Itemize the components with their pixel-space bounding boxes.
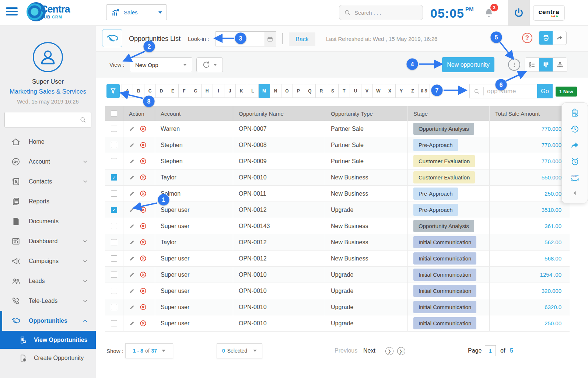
row-checkbox[interactable] xyxy=(111,126,117,132)
edit-icon[interactable] xyxy=(129,207,135,213)
page-number-input[interactable]: 1 xyxy=(485,345,496,356)
new-opportunity-button[interactable]: New opportunity xyxy=(442,57,494,72)
delete-icon[interactable] xyxy=(140,255,147,262)
forward-icon[interactable] xyxy=(570,140,580,150)
sidebar-item-contacts[interactable]: Contacts xyxy=(0,172,96,192)
row-checkbox[interactable] xyxy=(111,272,117,278)
row-checkbox[interactable] xyxy=(111,255,117,262)
alphabet-filter-c[interactable]: C xyxy=(144,84,156,98)
table-row[interactable]: Super userOPN-0012New BusinessInitial Co… xyxy=(105,251,570,267)
alphabet-filter-z[interactable]: Z xyxy=(407,84,419,98)
sidebar-item-account[interactable]: Account xyxy=(0,152,96,172)
show-range-dropdown[interactable]: 1 - 8 of 37 xyxy=(125,343,173,358)
row-checkbox[interactable] xyxy=(111,304,117,310)
alphabet-filter-l[interactable]: L xyxy=(247,84,259,98)
share-button[interactable] xyxy=(553,31,566,45)
edit-icon[interactable] xyxy=(129,223,135,229)
alphabet-filter-y[interactable]: Y xyxy=(396,84,407,98)
edit-icon[interactable] xyxy=(129,142,135,148)
reminder-icon[interactable] xyxy=(570,157,580,167)
alphabet-filter-q[interactable]: Q xyxy=(304,84,316,98)
table-row[interactable]: StephenOPN-0009Partner SaleCustomer Eval… xyxy=(105,153,570,169)
alphabet-filter-x[interactable]: X xyxy=(384,84,396,98)
edit-icon[interactable] xyxy=(129,288,135,294)
total-sale-amount[interactable]: 3510.00 xyxy=(542,207,561,213)
row-checkbox[interactable] xyxy=(111,223,117,229)
alphabet-filter-0-9[interactable]: 0-9 xyxy=(419,84,430,98)
row-checkbox[interactable]: ✓ xyxy=(111,174,117,181)
alphabet-filter-u[interactable]: U xyxy=(350,84,361,98)
sidebar-item-opportunities[interactable]: Opportunities xyxy=(0,311,96,331)
total-sale-amount[interactable]: 6320.0 xyxy=(545,304,561,310)
row-checkbox[interactable] xyxy=(111,239,117,245)
module-selector[interactable]: Sales xyxy=(106,4,167,20)
next-page-link[interactable]: Next xyxy=(363,347,375,354)
alphabet-filter-b[interactable]: B xyxy=(133,84,144,98)
collapse-icon[interactable] xyxy=(571,190,578,196)
total-sale-amount[interactable]: 770.000 xyxy=(542,158,561,164)
sidebar-item-leads[interactable]: Leads xyxy=(0,271,96,291)
alphabet-filter-p[interactable]: P xyxy=(293,84,304,98)
delete-icon[interactable] xyxy=(140,287,147,294)
delete-icon[interactable] xyxy=(140,239,147,246)
alphabet-filter-t[interactable]: T xyxy=(339,84,350,98)
row-checkbox[interactable] xyxy=(111,142,117,148)
edit-icon[interactable] xyxy=(129,255,135,262)
lookin-input[interactable] xyxy=(216,31,264,46)
alphabet-filter-v[interactable]: V xyxy=(361,84,373,98)
alphabet-filter-g[interactable]: G xyxy=(190,84,202,98)
sidebar-item-home[interactable]: Home xyxy=(0,132,96,152)
previous-page-link[interactable]: Previous xyxy=(335,347,357,354)
sidebar-item-documents[interactable]: Documents xyxy=(0,211,96,231)
alphabet-filter-i[interactable]: I xyxy=(213,84,224,98)
notifications-bell-icon[interactable]: 3 xyxy=(483,7,494,19)
table-row[interactable]: SolmonOPN-0011New BusinessPre-Approach25… xyxy=(105,186,570,202)
row-checkbox[interactable] xyxy=(111,190,117,197)
org-view-toggle[interactable] xyxy=(553,58,567,71)
filter-button[interactable] xyxy=(106,84,120,98)
help-button[interactable]: ? xyxy=(522,33,532,43)
hamburger-menu-icon[interactable] xyxy=(6,7,18,17)
delete-icon[interactable] xyxy=(140,174,147,181)
edit-icon[interactable] xyxy=(129,174,135,181)
delete-icon[interactable] xyxy=(140,320,147,327)
alphabet-filter-a[interactable]: A xyxy=(122,84,133,98)
edit-icon[interactable] xyxy=(129,304,135,310)
tasks-clipboard-icon[interactable] xyxy=(570,108,580,118)
alphabet-filter-s[interactable]: S xyxy=(327,84,339,98)
opportunity-search-input[interactable] xyxy=(487,88,533,95)
edit-icon[interactable] xyxy=(129,239,135,245)
alphabet-filter-k[interactable]: K xyxy=(236,84,247,98)
sidebar-item-tele-leads[interactable]: Tele-Leads xyxy=(0,291,96,311)
view-360-icon[interactable]: 360° xyxy=(570,173,580,183)
table-row[interactable]: ✓Super userOPN-0012UpgradePre-Approach35… xyxy=(105,202,570,218)
table-row[interactable]: Super userOPN-0010UpgradeInitial Communi… xyxy=(105,299,570,315)
alphabet-filter-h[interactable]: H xyxy=(202,84,213,98)
table-row[interactable]: Super userOPN-0010UpgradeInitial Communi… xyxy=(105,267,570,283)
row-checkbox[interactable]: ✓ xyxy=(111,207,117,213)
total-sale-amount[interactable]: 361.00 xyxy=(545,223,561,229)
edit-icon[interactable] xyxy=(129,272,135,278)
sidebar-subitem-view-opportunities[interactable]: View Opportunities xyxy=(0,331,96,349)
total-sale-amount[interactable]: 1254 .00 xyxy=(540,272,561,278)
table-row[interactable]: Super userOPN-0010UpgradeInitial Communi… xyxy=(105,283,570,299)
alphabet-filter-f[interactable]: F xyxy=(179,84,190,98)
delete-icon[interactable] xyxy=(140,206,147,213)
delete-icon[interactable] xyxy=(140,141,147,148)
alphabet-filter-d[interactable]: D xyxy=(156,84,167,98)
user-role[interactable]: Marketing Sales & Services xyxy=(0,88,96,95)
delete-icon[interactable] xyxy=(140,304,147,311)
history-icon[interactable] xyxy=(570,124,580,134)
table-row[interactable]: StephenOPN-0008Partner SalePre-Approach7… xyxy=(105,137,570,153)
new-records-badge[interactable]: 1 New xyxy=(556,87,577,97)
edit-icon[interactable] xyxy=(129,320,135,326)
alphabet-filter-r[interactable]: R xyxy=(316,84,327,98)
brand-logo-button[interactable]: centra xyxy=(533,5,565,21)
selected-dropdown[interactable]: 0 Selected xyxy=(217,343,262,358)
alphabet-filter-m[interactable]: M xyxy=(259,84,270,98)
total-sale-amount[interactable]: 550.000 xyxy=(542,174,561,181)
edit-icon[interactable] xyxy=(129,190,135,197)
alphabet-filter-n[interactable]: N xyxy=(270,84,281,98)
logout-power-button[interactable] xyxy=(508,0,530,26)
next-page-icon[interactable]: ❯ xyxy=(385,347,393,355)
